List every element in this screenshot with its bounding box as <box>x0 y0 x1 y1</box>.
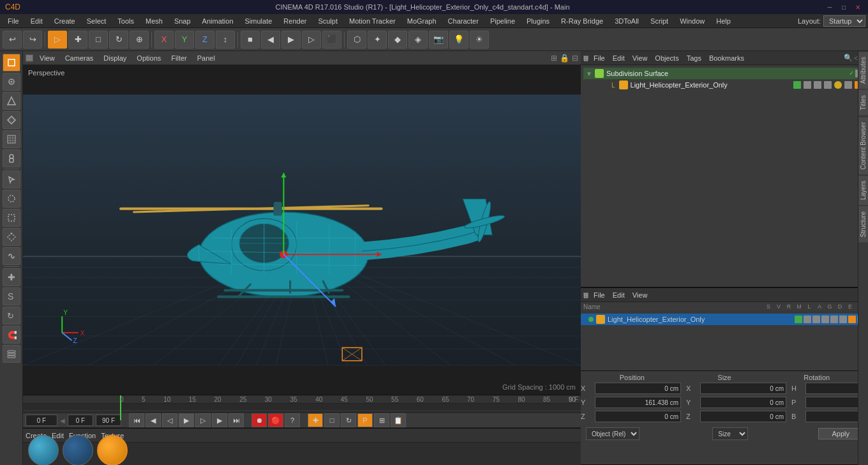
prev-key-button[interactable]: ◁ <box>162 413 177 427</box>
obj-row-helicopter[interactable]: L Light_Helicopter_Exterior_Only <box>583 79 865 91</box>
side-tab-titles[interactable]: Titles <box>858 89 868 116</box>
size-y-input[interactable] <box>700 397 786 408</box>
key-p-button[interactable]: P <box>357 413 373 427</box>
side-tab-structure[interactable]: Structure <box>858 206 868 243</box>
x-axis-button[interactable]: X <box>154 31 174 49</box>
vp-menu-filter[interactable]: Filter <box>167 53 190 63</box>
menu-animation[interactable]: Animation <box>197 16 239 26</box>
size-z-input[interactable] <box>700 411 786 422</box>
vp-menu-cameras[interactable]: Cameras <box>61 53 98 63</box>
spline-button[interactable]: ✦ <box>368 31 387 49</box>
attrs-menu-view[interactable]: View <box>630 291 650 299</box>
poly-select-button[interactable] <box>3 228 20 246</box>
minimize-button[interactable]: ─ <box>825 2 835 12</box>
menu-mograph[interactable]: MoGraph <box>402 16 442 26</box>
menu-sculpt[interactable]: Sculpt <box>313 16 343 26</box>
menu-motion-tracker[interactable]: Motion Tracker <box>344 16 401 26</box>
obj-check-icon[interactable]: ✓ <box>849 70 854 77</box>
tag-mat[interactable] <box>834 81 842 89</box>
move-tool-lt-button[interactable]: ✚ <box>3 268 20 286</box>
close-button[interactable]: ✕ <box>853 2 863 12</box>
freehand-select-button[interactable] <box>3 247 20 265</box>
key-select-button[interactable]: □ <box>324 413 340 427</box>
obj-menu-edit[interactable]: Edit <box>610 54 627 62</box>
next-key-button[interactable]: ▷ <box>195 413 211 427</box>
viewport-lock-icon[interactable]: 🔒 <box>560 54 569 63</box>
render-button[interactable]: ☀ <box>470 31 489 49</box>
obj-menu-file[interactable]: File <box>591 54 608 62</box>
menu-mesh[interactable]: Mesh <box>140 16 168 26</box>
redo-button[interactable]: ↪ <box>23 31 42 49</box>
timeline-track[interactable] <box>23 404 581 413</box>
scale-tool-lt-button[interactable]: S <box>3 287 20 305</box>
menu-rray[interactable]: R-Ray Bridge <box>556 16 608 26</box>
menu-create[interactable]: Create <box>49 16 80 26</box>
edges-mode-button[interactable] <box>3 92 20 110</box>
apply-button[interactable]: Apply <box>818 428 863 439</box>
menu-tools[interactable]: Tools <box>112 16 139 26</box>
attr-tag-1[interactable] <box>795 316 802 323</box>
attrs-menu-edit[interactable]: Edit <box>610 291 627 299</box>
menu-3dtoall[interactable]: 3DToAll <box>610 16 644 26</box>
menu-script[interactable]: Script <box>645 16 673 26</box>
menu-render[interactable]: Render <box>278 16 311 26</box>
attrs-drag-handle[interactable]: ⠿ <box>583 293 588 298</box>
menu-window[interactable]: Window <box>675 16 710 26</box>
menu-edit[interactable]: Edit <box>26 16 48 26</box>
tag-misc[interactable] <box>844 81 852 89</box>
move-tool-button[interactable]: ✚ <box>68 31 87 49</box>
key-rot-button[interactable]: ↻ <box>341 413 356 427</box>
vp-menu-display[interactable]: Display <box>100 53 130 63</box>
vp-menu-options[interactable]: Options <box>133 53 165 63</box>
object-select-button[interactable] <box>3 171 20 188</box>
magnet-tool-button[interactable]: 🧲 <box>3 326 20 344</box>
viewport-maximize-icon[interactable]: ⊞ <box>551 54 557 63</box>
material-swatch-exterior1[interactable] <box>28 435 59 466</box>
size-x-input[interactable] <box>700 383 786 394</box>
tag-weight[interactable] <box>824 81 832 89</box>
z-axis-button[interactable]: Z <box>195 31 214 49</box>
go-to-end-button[interactable]: ⏭ <box>228 413 244 427</box>
start-frame-input[interactable] <box>68 415 93 426</box>
obj-row-subdivision[interactable]: ▼ Subdivision Surface ✓ <box>583 68 865 79</box>
key-grid-button[interactable]: ⊞ <box>374 413 389 427</box>
frame-button[interactable]: ■ <box>241 31 260 49</box>
rotate-tool-lt-button[interactable]: ↻ <box>3 307 20 324</box>
attr-tag-3[interactable] <box>812 316 820 323</box>
prev-frame-button[interactable]: ◀ <box>146 413 161 427</box>
current-frame-input[interactable] <box>26 415 57 426</box>
menu-simulate[interactable]: Simulate <box>240 16 278 26</box>
menu-pipeline[interactable]: Pipeline <box>485 16 520 26</box>
record-button[interactable]: ⏺ <box>251 413 267 427</box>
material-item-exterior1[interactable]: exterior <box>28 435 59 466</box>
points-mode-button[interactable] <box>3 73 20 91</box>
obj-menu-tags[interactable]: Tags <box>684 54 704 62</box>
attr-tag-7[interactable] <box>848 316 856 323</box>
side-tab-layers[interactable]: Layers <box>858 175 868 206</box>
poly-mode-button[interactable] <box>3 111 20 129</box>
go-to-start-button[interactable]: ⏮ <box>129 413 144 427</box>
obj-menu-objects[interactable]: Objects <box>652 54 681 62</box>
move-key-button[interactable]: ✚ <box>308 413 323 427</box>
obj-menu-bookmarks[interactable]: Bookmarks <box>707 54 747 62</box>
material-swatch-exterior2[interactable] <box>63 435 93 466</box>
scale-button[interactable]: ⊕ <box>130 31 149 49</box>
coord-system-select[interactable]: Object (Rel) World Local <box>586 427 640 440</box>
obj-search-icon[interactable]: 🔍 <box>844 54 853 62</box>
attr-tag-4[interactable] <box>821 316 829 323</box>
obj-menu-view[interactable]: View <box>630 54 650 62</box>
keyframe-help-button[interactable]: ? <box>285 413 300 427</box>
auto-keyframe-button[interactable]: 🔴 <box>268 413 283 427</box>
attr-row-helicopter[interactable]: Light_Helicopter_Exterior_Only <box>581 314 868 325</box>
play-button-transport[interactable]: ▶ <box>179 413 194 427</box>
restore-button[interactable]: □ <box>839 2 849 12</box>
side-tab-attributes[interactable]: Attributes <box>858 51 868 89</box>
pos-y-input[interactable] <box>595 397 681 408</box>
attr-tag-2[interactable] <box>804 316 811 323</box>
rotate-button[interactable]: ↻ <box>109 31 128 49</box>
next-frame-button[interactable]: ▶ <box>212 413 227 427</box>
viewport-menu-icon[interactable] <box>26 54 33 62</box>
texture-mode-button[interactable] <box>3 130 20 148</box>
key-timeline-button[interactable]: 📋 <box>391 413 406 427</box>
panel-drag-handle[interactable]: ⠿ <box>583 56 588 61</box>
